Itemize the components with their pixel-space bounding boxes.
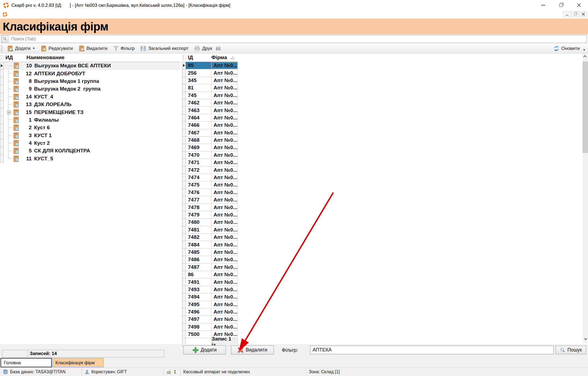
table-row[interactable]: 7485 Апт №0... (182, 249, 238, 256)
table-row[interactable]: 7479 Апт №0... (182, 211, 238, 219)
search-icon[interactable] (2, 36, 8, 42)
table-row[interactable]: 7468 Апт №0... (182, 137, 238, 144)
search-input[interactable] (1, 35, 587, 43)
table-row[interactable]: 7496 Апт №0... (182, 308, 238, 316)
toolbar-print-button[interactable]: Друк (193, 45, 213, 52)
tree-item-id: 5 (21, 148, 32, 154)
tree-row[interactable]: 9 Выгрузка Медок 2 группа (0, 85, 180, 93)
table-row[interactable]: 7478 Апт №0... (182, 204, 238, 211)
table-row[interactable]: 7466 Апт №0... (182, 122, 238, 129)
refresh-button[interactable]: Оновити (552, 45, 581, 52)
tree-row[interactable]: 14 КУСТ_4 (0, 93, 180, 101)
table-row[interactable]: 7482 Апт №0... (182, 234, 238, 241)
mdi-minimize-button[interactable] (563, 11, 571, 17)
cell-id: 7485 (186, 249, 211, 256)
table-row[interactable]: 7487 Апт №0... (182, 264, 238, 271)
tree-row[interactable]: 1 Филиалы (0, 116, 180, 124)
table-row[interactable]: 7484 Апт №0... (182, 241, 238, 248)
grid-search-label: Пошук (568, 347, 582, 353)
toolbar-grip[interactable] (1, 45, 2, 52)
tree-column-name[interactable]: Наименование (26, 55, 64, 61)
tree-connector (9, 66, 13, 66)
scroll-up-icon[interactable] (583, 53, 588, 59)
tree-grid-options-icon[interactable] (1, 55, 4, 60)
table-row[interactable]: 7480 Апт №0... (182, 219, 238, 226)
mdi-close-button[interactable] (580, 11, 587, 17)
tab[interactable]: Головна (1, 358, 52, 367)
table-row[interactable]: 7462 Апт №0... (182, 99, 238, 107)
table-row[interactable]: 7463 Апт №0... (182, 107, 238, 114)
table-row[interactable]: 345 Апт №0... (182, 77, 238, 84)
scroll-down-icon[interactable] (583, 336, 588, 342)
table-row[interactable]: 7497 Апт №0... (182, 316, 238, 323)
row-selector-cell (0, 62, 4, 70)
table-row[interactable]: 7467 Апт №0... (182, 129, 238, 137)
tree-row[interactable]: 12 АПТЕКИ ДОБРОБУТ (0, 70, 180, 77)
expand-icon[interactable] (7, 110, 11, 115)
table-row[interactable]: 7477 Апт №0... (182, 196, 238, 204)
grid-add-button[interactable]: Додати (183, 345, 226, 354)
cell-id: 7466 (186, 122, 211, 129)
grid-column-firm[interactable]: Фірма (211, 55, 227, 61)
cell-id: 7462 (186, 99, 211, 107)
toolbar-export-button[interactable]: Загальний експорт (139, 45, 190, 52)
table-row[interactable]: 7495 Апт №0... (182, 301, 238, 308)
tree-row[interactable]: 5 СК ДЛЯ КОЛЛЦЕНТРА (0, 147, 180, 155)
tree-column-id[interactable]: ИД (5, 55, 26, 61)
tree-row[interactable]: 3 КУСТ 1 (0, 132, 180, 139)
tree-row[interactable]: 11 КУСТ_5 (0, 155, 180, 163)
tab[interactable]: Класифікація фірм (52, 358, 104, 367)
table-row[interactable]: 7494 Апт №0... (182, 293, 238, 301)
vertical-scrollbar[interactable] (583, 53, 588, 343)
table-row[interactable]: 86 Апт №0... (182, 271, 238, 278)
tree-row[interactable]: 10 Выгрузка Медок ВСЕ АПТЕКИ (0, 62, 180, 70)
row-selector-cell (0, 85, 4, 93)
close-button[interactable] (570, 0, 588, 10)
table-row[interactable]: 7475 Апт №0... (182, 181, 238, 189)
cell-id: 745 (186, 92, 211, 99)
tree-row[interactable]: 8 Выгрузка Медок 1 группа (0, 77, 180, 85)
table-row[interactable]: 7470 Апт №0... (182, 152, 238, 159)
tree-row[interactable]: 2 Куст 6 (0, 124, 180, 131)
table-row[interactable]: 7498 Апт №0... (182, 323, 238, 331)
table-row[interactable]: 7493 Апт №0... (182, 286, 238, 293)
table-row[interactable]: 7476 Апт №0... (182, 189, 238, 196)
table-row[interactable]: 7472 Апт №0... (182, 166, 238, 174)
grid-search-button[interactable]: Пошук (556, 346, 586, 354)
toolbar-filter-button[interactable]: Фільтр (112, 45, 136, 52)
table-row[interactable]: 7491 Апт №0... (182, 278, 238, 286)
cell-id: 7467 (186, 129, 211, 137)
table-row[interactable]: 7486 Апт №0... (182, 256, 238, 263)
sort-asc-icon[interactable] (231, 55, 235, 61)
cell-id: 7464 (186, 114, 211, 122)
mdi-restore-button[interactable] (571, 11, 579, 17)
table-row[interactable]: 256 Апт №0... (182, 69, 238, 77)
cell-id: 7477 (186, 196, 211, 204)
table-row[interactable]: 81 Апт №0... (182, 84, 238, 92)
table-row[interactable]: 745 Апт №0... (182, 92, 238, 99)
refresh-chevron-down-icon[interactable] (583, 49, 585, 51)
toolbar-delete-label: Видалити (86, 46, 107, 51)
scrollbar-thumb[interactable] (583, 62, 588, 153)
columns-icon[interactable] (216, 46, 220, 50)
toolbar-add-button[interactable]: Додати (6, 45, 36, 52)
tree-row[interactable]: 15 ПЕРЕМЕЩЕНИЕ ТЗ (0, 108, 180, 116)
tree-row[interactable]: 4 Куст 2 (0, 139, 180, 147)
table-row[interactable]: 7464 Апт №0... (182, 114, 238, 122)
toolbar-delete-button[interactable]: Видалити (77, 45, 109, 52)
table-row[interactable]: 7474 Апт №0... (182, 174, 238, 181)
grid-column-id[interactable]: ІД (187, 55, 211, 61)
minimize-button[interactable] (534, 0, 552, 10)
grid-options-icon[interactable] (183, 55, 186, 60)
table-row[interactable]: 7469 Апт №0... (182, 144, 238, 151)
table-row[interactable]: 85 Апт №0... (182, 62, 238, 69)
toolbar-edit-button[interactable]: Редагувати (39, 45, 74, 52)
grid-delete-button[interactable]: Видалити (231, 345, 274, 354)
row-selector-cell (0, 108, 4, 116)
table-row[interactable]: 7471 Апт №0... (182, 159, 238, 166)
filter-input[interactable] (310, 346, 554, 354)
table-row[interactable]: 7481 Апт №0... (182, 226, 238, 234)
tree-row-body: 9 Выгрузка Медок 2 группа (4, 85, 180, 93)
restore-button[interactable] (552, 0, 570, 10)
tree-row[interactable]: 13 ДЗК ЛОРЕАЛЬ (0, 101, 180, 108)
